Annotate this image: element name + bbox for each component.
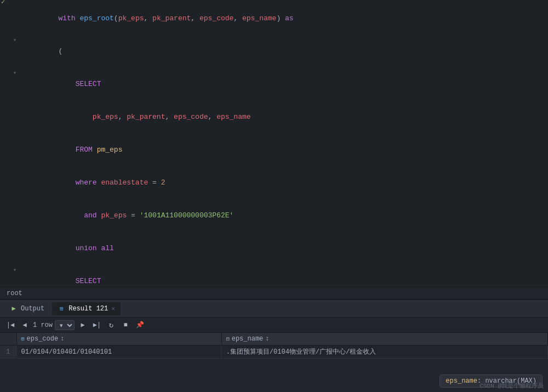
- code-line-1: ✓ with eps_root(pk_eps, pk_parent, eps_c…: [0, 2, 548, 35]
- status-bar: root: [0, 287, 548, 299]
- grid-icon: ⊞: [58, 305, 65, 313]
- code-content-8: union all: [20, 232, 548, 265]
- stop-button[interactable]: ■: [119, 319, 132, 331]
- row-count-select[interactable]: ▾: [55, 320, 75, 330]
- code-line-4: pk_eps, pk_parent, eps_code, eps_name: [0, 101, 548, 134]
- results-panel: ▶ Output ⊞ Result 121 ✕ |◀ ◀ 1 row ▾ ▶ ▶…: [0, 299, 548, 392]
- eps-name-cell: .集团预算项目/0104物业管理/广报中心/租金收入: [221, 345, 547, 359]
- code-content-5: FROM pm_eps: [20, 134, 548, 166]
- code-content-7: and pk_eps = '1001A11000000003P62E': [20, 199, 548, 232]
- tab-output[interactable]: ▶ Output: [4, 302, 50, 315]
- eps-name-header-label: eps_name: [232, 335, 264, 343]
- code-container[interactable]: ✓ with eps_root(pk_eps, pk_parent, eps_c…: [0, 0, 548, 287]
- results-table: ⊞ eps_code ↕ ⊟ eps_name ↕: [0, 333, 548, 392]
- code-line-9: ▾ SELECT: [0, 265, 548, 287]
- eps-code-header-label: eps_code: [27, 335, 59, 343]
- fn-eps-root: eps_root: [79, 14, 113, 22]
- output-tab-label: Output: [21, 305, 44, 313]
- sort-icon-eps-code[interactable]: ↕: [60, 335, 64, 343]
- collapse-icon-3[interactable]: ▾: [13, 68, 16, 79]
- code-line-3: ▾ SELECT: [0, 68, 548, 101]
- check-icon: ✓: [1, 0, 5, 8]
- col-icon-eps-code: ⊞: [21, 336, 25, 342]
- watermark: CSDN @我是个懒程序员: [480, 382, 544, 390]
- data-table: ⊞ eps_code ↕ ⊟ eps_name ↕: [0, 333, 548, 359]
- table-row: 1 01/0104/010401/01040101 .集团预算项目/0104物业…: [0, 345, 548, 359]
- result-tab-label: Result 121: [68, 305, 108, 313]
- refresh-button[interactable]: ↻: [105, 319, 117, 331]
- code-line-5: FROM pm_eps: [0, 134, 548, 166]
- col-header-eps-name: ⊟ eps_name ↕: [221, 333, 547, 345]
- code-content-2: (: [20, 35, 548, 68]
- code-line-7: and pk_eps = '1001A11000000003P62E': [0, 199, 548, 232]
- results-tabs: ▶ Output ⊞ Result 121 ✕: [0, 300, 548, 318]
- results-toolbar: |◀ ◀ 1 row ▾ ▶ ▶| ↻ ■ 📌: [0, 318, 548, 333]
- code-line-8: union all: [0, 232, 548, 265]
- pin-button[interactable]: 📌: [134, 319, 146, 331]
- row-num-cell: 1: [0, 345, 16, 359]
- tab-close-button[interactable]: ✕: [111, 305, 115, 312]
- code-content-4: pk_eps, pk_parent, eps_code, eps_name: [20, 101, 548, 134]
- output-icon: ▶: [10, 305, 18, 313]
- next-page-button[interactable]: ▶: [77, 319, 89, 331]
- status-text: root: [7, 290, 22, 297]
- code-editor[interactable]: ✓ with eps_root(pk_eps, pk_parent, eps_c…: [0, 0, 548, 287]
- prev-page-button[interactable]: ◀: [19, 319, 31, 331]
- row-count-label: 1 row: [33, 321, 53, 329]
- line-gutter-2: ▾: [0, 35, 20, 46]
- watermark-text: CSDN @我是个懒程序员: [480, 383, 544, 389]
- collapse-icon-9[interactable]: ▾: [13, 265, 16, 276]
- collapse-icon-2[interactable]: ▾: [13, 35, 16, 46]
- tooltip-column-name: eps_name: [446, 377, 477, 385]
- kw-with: with: [58, 14, 79, 22]
- col-header-eps-code: ⊞ eps_code ↕: [16, 333, 221, 345]
- row-count: 1 row: [33, 321, 53, 329]
- line-gutter-3: ▾: [0, 68, 20, 79]
- first-page-button[interactable]: |◀: [4, 319, 16, 331]
- row-num-header: [0, 333, 16, 345]
- code-content-9: SELECT: [20, 265, 548, 287]
- code-content-3: SELECT: [20, 68, 548, 101]
- table-header-row: ⊞ eps_code ↕ ⊟ eps_name ↕: [0, 333, 548, 345]
- col-icon-eps-name: ⊟: [226, 336, 230, 342]
- last-page-button[interactable]: ▶|: [91, 319, 103, 331]
- code-content-1: with eps_root(pk_eps, pk_parent, eps_cod…: [20, 2, 548, 35]
- tab-result[interactable]: ⊞ Result 121 ✕: [52, 302, 121, 315]
- code-content-6: where enablestate = 2: [20, 166, 548, 199]
- eps-code-cell: 01/0104/010401/01040101: [16, 345, 221, 359]
- sort-icon-eps-name[interactable]: ↕: [265, 335, 269, 343]
- code-line-6: where enablestate = 2: [0, 166, 548, 199]
- line-gutter-9: ▾: [0, 265, 20, 276]
- code-line-2: ▾ (: [0, 35, 548, 68]
